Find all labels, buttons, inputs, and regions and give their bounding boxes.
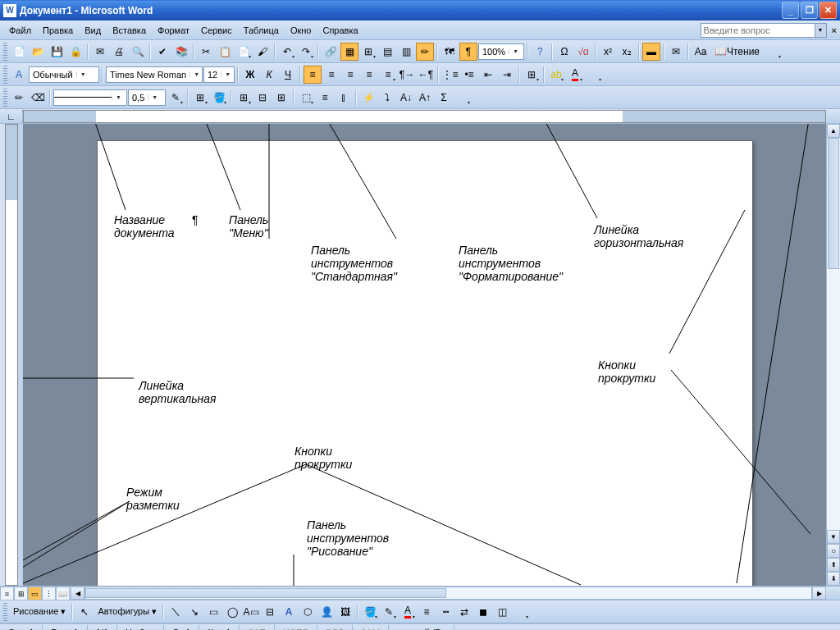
print-layout-view-button[interactable]: ▭ (28, 587, 42, 600)
status-ovr[interactable]: ЗАМ (353, 625, 389, 631)
document-map-button[interactable]: 🗺 (441, 43, 459, 61)
menu-file[interactable]: Файл (3, 23, 37, 38)
browse-object-button[interactable]: ○ (827, 544, 840, 558)
scroll-left-button[interactable]: ◀ (71, 587, 84, 600)
vertical-ruler[interactable] (5, 124, 18, 586)
redo-button[interactable]: ↷▾ (297, 43, 315, 61)
toolbar-grip[interactable] (3, 603, 7, 621)
distribute-cols-button[interactable]: ⫿ (335, 89, 353, 107)
toolbar-options-button[interactable]: ▾ (454, 89, 472, 107)
menu-format[interactable]: Формат (152, 23, 195, 38)
menu-help[interactable]: Справка (317, 23, 363, 38)
font-size-combo[interactable]: 12▼ (203, 66, 235, 83)
distribute-rows-button[interactable]: ≡ (316, 89, 334, 107)
equation-button[interactable]: Ω (555, 43, 573, 61)
subscript2-button[interactable]: x₂ (618, 43, 636, 61)
help-button[interactable]: ? (531, 43, 549, 61)
columns-button[interactable]: ▥ (397, 43, 415, 61)
toolbar-grip[interactable] (3, 89, 7, 107)
select-objects-button[interactable]: ↖ (75, 603, 94, 621)
spellcheck-button[interactable]: ✔ (153, 43, 171, 61)
line-spacing-button[interactable]: ≡▾ (379, 66, 397, 84)
menu-edit[interactable]: Правка (37, 23, 79, 38)
paste-button[interactable]: 📄▾ (235, 43, 253, 61)
rtl-button[interactable]: ←¶ (417, 66, 435, 84)
web-view-button[interactable]: ⊞ (14, 587, 28, 600)
style-combo[interactable]: Обычный▼ (29, 66, 99, 83)
3d-button[interactable]: ◫ (493, 603, 511, 621)
borders-button[interactable]: ⊞▾ (523, 66, 541, 84)
align-center-button[interactable]: ≡ (322, 66, 340, 84)
line-tool-button[interactable]: ＼ (167, 603, 185, 621)
scroll-down-button[interactable]: ▼ (827, 530, 840, 544)
arrow-tool-button[interactable]: ↘ (185, 603, 203, 621)
vertical-textbox-button[interactable]: ⊟ (261, 603, 279, 621)
status-rec[interactable]: ЗАП (240, 625, 275, 631)
status-trk[interactable]: ИСПР (275, 625, 317, 631)
dash-style-button[interactable]: ┅ (436, 603, 454, 621)
normal-view-button[interactable]: ≡ (0, 587, 14, 600)
save-button[interactable]: 💾 (48, 43, 66, 61)
reading-view-button[interactable]: 📖 (56, 587, 70, 600)
toolbar-options-button[interactable]: ▾ (512, 603, 530, 621)
cut-button[interactable]: ✂ (197, 43, 215, 61)
maximize-button[interactable]: ❐ (801, 2, 818, 19)
eraser-button[interactable]: ⌫ (29, 89, 47, 107)
oval-tool-button[interactable]: ◯ (223, 603, 241, 621)
status-ext[interactable]: ВДЛ (317, 625, 353, 631)
hscroll-thumb[interactable] (85, 588, 446, 598)
italic-button[interactable]: К (260, 66, 278, 84)
border-color-button[interactable]: ✎▾ (167, 89, 185, 107)
print-button[interactable]: 🖨 (110, 43, 128, 61)
sort-desc-button[interactable]: A↑ (416, 89, 434, 107)
reading-layout-button[interactable]: 📖 Чтение (710, 43, 764, 61)
font-color-button[interactable]: A▾ (566, 66, 584, 84)
shadow-button[interactable]: ◼ (474, 603, 492, 621)
drawing-toolbar-button[interactable]: ✏ (416, 43, 434, 61)
print-preview-button[interactable]: 🔍 (129, 43, 147, 61)
underline-button[interactable]: Ч (279, 66, 297, 84)
bulleted-list-button[interactable]: •≡ (460, 66, 478, 84)
superscript2-button[interactable]: x² (599, 43, 617, 61)
insert-table2-button[interactable]: ⊞▾ (235, 89, 253, 107)
scroll-up-button[interactable]: ▲ (827, 124, 840, 138)
next-page-button[interactable]: ⬇ (827, 572, 840, 586)
line-weight-combo[interactable]: 0,5▼ (128, 89, 166, 106)
text-direction-button[interactable]: ⤵ (378, 89, 396, 107)
undo-button[interactable]: ↶▾ (278, 43, 296, 61)
font-combo[interactable]: Times New Roman▼ (106, 66, 203, 83)
help-search-dropdown[interactable]: ▼ (815, 23, 827, 38)
envelope-button[interactable]: ✉ (667, 43, 685, 61)
close-button[interactable]: ✕ (819, 2, 837, 19)
status-lang[interactable]: русский (Ро (389, 625, 454, 631)
toolbar-grip[interactable] (3, 43, 7, 61)
font-color2-button[interactable]: A▾ (399, 603, 417, 621)
vscroll-thumb[interactable] (828, 138, 839, 269)
change-case-button[interactable]: Aa (692, 43, 710, 61)
insert-excel-button[interactable]: ▤ (378, 43, 396, 61)
diagram-button[interactable]: ⬡ (299, 603, 317, 621)
styles-pane-button[interactable]: A (10, 66, 28, 84)
toolbar-grip[interactable] (3, 66, 7, 84)
email-button[interactable]: ✉ (91, 43, 109, 61)
arrow-style-button[interactable]: ⇄ (455, 603, 473, 621)
vscroll-track[interactable] (827, 138, 840, 530)
menu-view[interactable]: Вид (79, 23, 107, 38)
insert-picture-button[interactable]: 🖼 (336, 603, 354, 621)
highlight2-button[interactable]: ▬ (642, 43, 660, 61)
document-page[interactable]: Название документа ¶ Панель "Меню" Панел… (97, 140, 753, 586)
ltr-button[interactable]: ¶→ (398, 66, 416, 84)
toolbar-options-button[interactable]: ▾ (765, 43, 783, 61)
tables-borders-button[interactable]: ▦ (340, 43, 358, 61)
draw-table-button[interactable]: ✏ (10, 89, 28, 107)
highlight-button[interactable]: ab▾ (547, 66, 565, 84)
zoom-combo[interactable]: 100%▼ (478, 43, 524, 60)
sqrt-button[interactable]: √α (574, 43, 592, 61)
research-button[interactable]: 📚 (172, 43, 190, 61)
menu-tools[interactable]: Сервис (195, 23, 238, 38)
line-color-button[interactable]: ✎▾ (380, 603, 398, 621)
line-style-button[interactable]: ≡ (418, 603, 436, 621)
vertical-scrollbar[interactable]: ▲ ▼ ○ ⬆ ⬇ (826, 124, 840, 586)
menu-window[interactable]: Окно (285, 23, 317, 38)
decrease-indent-button[interactable]: ⇤ (479, 66, 497, 84)
